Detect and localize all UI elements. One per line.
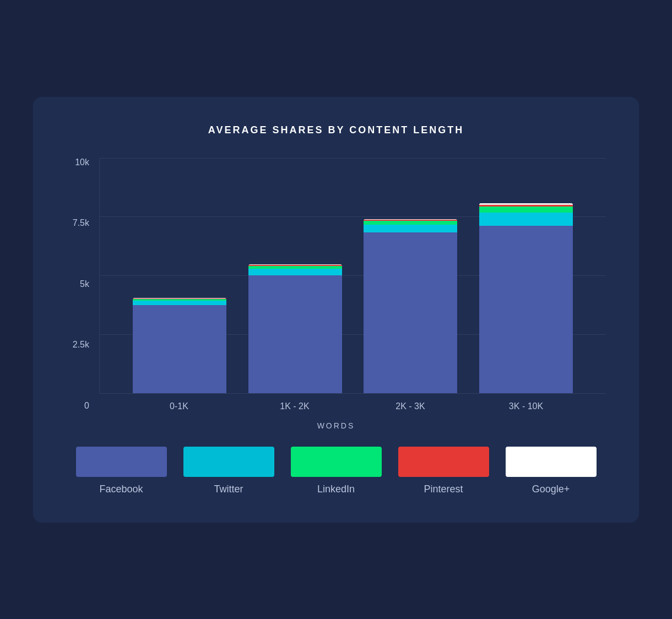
bar-group — [364, 219, 457, 393]
bar-segment-twitter — [479, 213, 573, 226]
legend-label-twitter: Twitter — [214, 484, 243, 495]
legend-item-linkedin: LinkedIn — [291, 447, 382, 495]
y-axis-label: 0 — [84, 401, 89, 410]
x-labels: 0-1K1K - 2K2K - 3K3K - 10K — [99, 401, 606, 411]
bar-segment-facebook — [248, 275, 342, 393]
bar-group — [133, 298, 226, 393]
y-axis-label: 5k — [80, 280, 89, 289]
legend-label-facebook: Facebook — [99, 484, 143, 495]
legend-item-twitter: Twitter — [183, 447, 274, 495]
y-axis: 10k7.5k5k2.5k0 — [66, 158, 99, 411]
bar-segment-facebook — [479, 226, 573, 393]
bar-segment-twitter — [133, 301, 226, 305]
x-axis-label: 1K - 2K — [248, 401, 342, 411]
bar-group — [479, 203, 573, 393]
y-axis-label: 10k — [75, 158, 89, 167]
x-axis-label: 2K - 3K — [364, 401, 457, 411]
stacked-bar — [364, 219, 457, 393]
legend-color-facebook — [76, 447, 167, 477]
legend-color-linkedin — [291, 447, 382, 477]
words-label: WORDS — [66, 421, 606, 430]
legend-color-twitter — [183, 447, 274, 477]
bars-row — [100, 158, 606, 393]
legend-label-linkedin: LinkedIn — [317, 484, 355, 495]
bar-segment-twitter — [248, 269, 342, 275]
legend-color-googleplus — [506, 447, 597, 477]
bars-section: 0-1K1K - 2K2K - 3K3K - 10K — [99, 158, 606, 411]
legend-label-pinterest: Pinterest — [424, 484, 463, 495]
legend-item-facebook: Facebook — [76, 447, 167, 495]
y-axis-label: 2.5k — [73, 340, 89, 349]
y-axis-label: 7.5k — [73, 219, 89, 227]
x-axis-label: 3K - 10K — [479, 401, 573, 411]
legend: FacebookTwitterLinkedInPinterestGoogle+ — [66, 447, 606, 495]
bar-segment-twitter — [364, 225, 457, 232]
bar-segment-facebook — [133, 305, 226, 393]
chart-area: 10k7.5k5k2.5k0 0-1K1K - 2K2K - 3K3K - 10… — [66, 158, 606, 411]
stacked-bar — [248, 264, 342, 393]
bar-group — [248, 264, 342, 393]
chart-title: AVERAGE SHARES BY CONTENT LENGTH — [66, 124, 606, 136]
chart-container: AVERAGE SHARES BY CONTENT LENGTH 10k7.5k… — [33, 97, 639, 523]
bars-and-grid — [99, 158, 606, 394]
legend-item-pinterest: Pinterest — [398, 447, 489, 495]
legend-color-pinterest — [398, 447, 489, 477]
x-axis-label: 0-1K — [132, 401, 226, 411]
stacked-bar — [479, 203, 573, 393]
legend-item-googleplus: Google+ — [506, 447, 597, 495]
legend-label-googleplus: Google+ — [532, 484, 570, 495]
bar-segment-facebook — [364, 232, 457, 393]
bar-segment-linkedin — [479, 207, 573, 212]
stacked-bar — [133, 298, 226, 393]
bar-segment-linkedin — [364, 221, 457, 225]
